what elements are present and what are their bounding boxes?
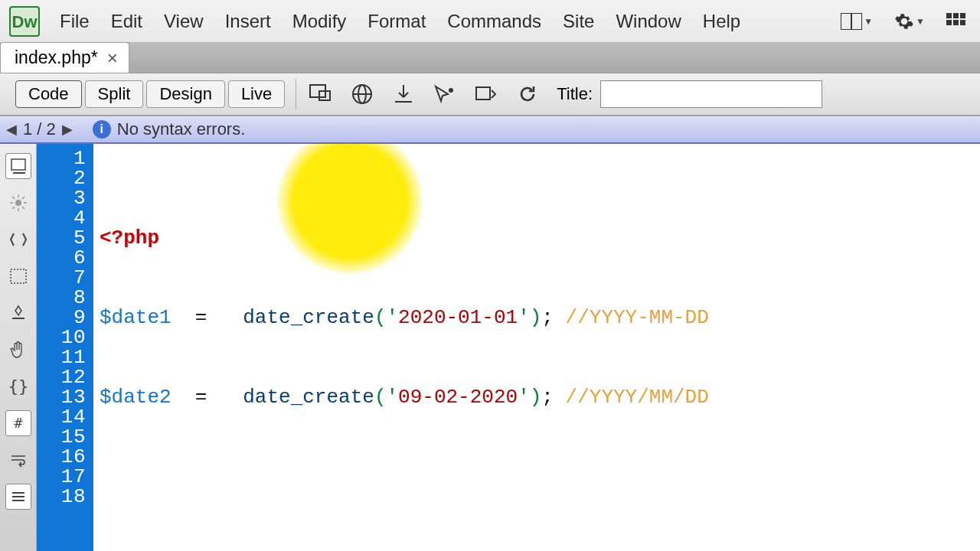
dreamweaver-logo: Dw xyxy=(3,0,46,43)
document-toolbar: Code Split Design Live Title: xyxy=(0,73,980,116)
code-line xyxy=(100,527,980,546)
svg-rect-7 xyxy=(960,13,965,18)
title-field-wrap: Title: xyxy=(557,80,822,108)
svg-text:Dw: Dw xyxy=(12,12,38,31)
info-icon: i xyxy=(93,120,111,139)
view-mode-buttons: Code Split Design Live xyxy=(15,80,285,108)
menu-commands[interactable]: Commands xyxy=(447,11,541,32)
inspect-icon[interactable] xyxy=(431,80,459,108)
line-number: 2 xyxy=(41,168,86,188)
syntax-status-text: No syntax errors. xyxy=(117,119,246,139)
svg-rect-6 xyxy=(953,13,959,18)
line-number: 18 xyxy=(41,487,86,507)
menu-format[interactable]: Format xyxy=(368,11,426,32)
line-number: 6 xyxy=(41,248,86,268)
svg-line-27 xyxy=(22,207,24,209)
brace-icon[interactable]: {} xyxy=(5,373,31,399)
menu-file[interactable]: File xyxy=(60,11,90,32)
code-line: $date1 = date_create('2020-01-01'); //YY… xyxy=(100,308,980,328)
menu-edit[interactable]: Edit xyxy=(111,11,142,32)
line-number: 17 xyxy=(41,467,86,487)
code-line xyxy=(100,467,980,487)
line-number: 15 xyxy=(41,427,86,447)
menu-view[interactable]: View xyxy=(164,11,204,32)
options-icon[interactable] xyxy=(472,80,500,108)
svg-text:{}: {} xyxy=(9,377,28,396)
mode-code[interactable]: Code xyxy=(15,80,82,108)
svg-point-17 xyxy=(449,88,453,93)
tab-title: index.php* xyxy=(15,47,98,68)
svg-line-28 xyxy=(12,207,15,209)
toolbar-icons xyxy=(307,80,541,108)
menu-window[interactable]: Window xyxy=(616,11,681,32)
line-number: 11 xyxy=(41,347,86,367)
svg-rect-18 xyxy=(476,87,490,99)
globe-icon[interactable] xyxy=(348,80,376,108)
line-number: 12 xyxy=(41,367,86,387)
hash-icon[interactable]: # xyxy=(5,410,31,436)
document-tabbar: index.php* × xyxy=(0,43,980,73)
select-parent-icon[interactable] xyxy=(5,263,31,289)
line-number: 5 xyxy=(41,228,86,248)
menu-right-icons: ▼ ▼ xyxy=(841,11,977,31)
close-icon[interactable]: × xyxy=(107,47,118,69)
wrap-icon[interactable] xyxy=(5,447,31,473)
line-number: 10 xyxy=(41,328,86,347)
title-label: Title: xyxy=(557,84,593,104)
toolbar-separator xyxy=(296,79,296,109)
balance-braces-icon[interactable] xyxy=(5,227,31,253)
workspace: {} # 1 2 3 4 5 6 7 8 9 10 11 12 13 14 15… xyxy=(0,144,980,551)
line-number: 16 xyxy=(41,447,86,467)
refresh-icon[interactable] xyxy=(514,80,541,108)
gear-icon[interactable]: ▼ xyxy=(894,11,925,31)
status-strip: ◀ 1 / 2 ▶ i No syntax errors. xyxy=(0,116,980,144)
menu-help[interactable]: Help xyxy=(703,11,740,32)
menu-items: File Edit View Insert Modify Format Comm… xyxy=(60,11,740,32)
menu-insert[interactable]: Insert xyxy=(225,11,271,32)
mode-split[interactable]: Split xyxy=(85,80,144,108)
line-number: 14 xyxy=(41,407,86,427)
svg-rect-10 xyxy=(960,20,965,25)
prev-arrow-icon[interactable]: ◀ xyxy=(6,121,17,138)
svg-rect-8 xyxy=(946,20,952,25)
snippet-icon[interactable] xyxy=(5,300,31,326)
download-icon[interactable] xyxy=(390,80,417,108)
next-arrow-icon[interactable]: ▶ xyxy=(62,121,73,138)
highlight-callout-icon xyxy=(277,144,423,274)
mode-live[interactable]: Live xyxy=(228,80,285,108)
layout-icon[interactable]: ▼ xyxy=(841,13,873,30)
multiscreen-icon[interactable] xyxy=(307,80,335,108)
file-tab-index[interactable]: index.php* × xyxy=(0,42,129,73)
code-line: $date2 = date_create('09-02-2020'); //YY… xyxy=(100,387,980,407)
svg-text:#: # xyxy=(14,415,22,431)
svg-rect-9 xyxy=(953,20,959,25)
line-number: 8 xyxy=(41,288,86,308)
line-number: 13 xyxy=(41,387,86,407)
mode-design[interactable]: Design xyxy=(146,80,224,108)
menubar: Dw File Edit View Insert Modify Format C… xyxy=(0,0,980,43)
code-editor[interactable]: <?php $date1 = date_create('2020-01-01')… xyxy=(93,144,980,551)
svg-rect-30 xyxy=(11,269,26,283)
line-number: 7 xyxy=(41,268,86,288)
svg-rect-19 xyxy=(11,159,25,170)
svg-rect-5 xyxy=(946,13,952,18)
title-input[interactable] xyxy=(600,80,822,108)
line-number: 3 xyxy=(41,188,86,208)
line-number: 4 xyxy=(41,208,86,228)
line-number: 1 xyxy=(41,148,86,168)
svg-point-21 xyxy=(15,200,21,206)
code-line: <?php xyxy=(100,228,980,248)
page-nav-text: 1 / 2 xyxy=(23,119,56,139)
menu-modify[interactable]: Modify xyxy=(292,11,347,32)
svg-line-29 xyxy=(22,197,24,199)
panels-icon[interactable] xyxy=(946,13,966,30)
hand-icon[interactable] xyxy=(5,337,31,363)
list-icon[interactable] xyxy=(5,484,31,510)
collapse-icon[interactable] xyxy=(5,153,31,179)
menu-site[interactable]: Site xyxy=(563,11,594,32)
sun-icon[interactable] xyxy=(5,190,31,216)
code-toolbar-left: {} # xyxy=(0,144,37,551)
line-number-gutter: 1 2 3 4 5 6 7 8 9 10 11 12 13 14 15 16 1… xyxy=(37,144,93,551)
svg-line-26 xyxy=(12,197,15,199)
line-number: 9 xyxy=(41,308,86,328)
